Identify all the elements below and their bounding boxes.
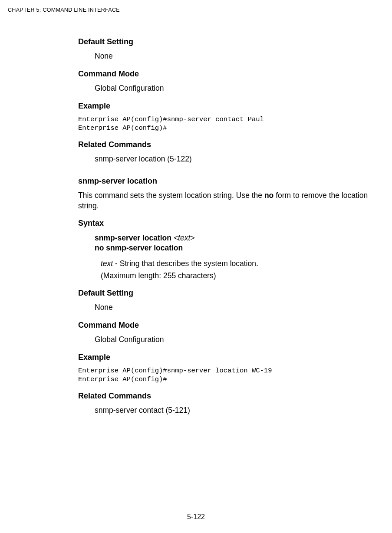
arg-rest: - String that describes the system locat… [113, 259, 258, 268]
command-mode-heading-2: Command Mode [78, 320, 376, 330]
syntax-block: snmp-server location <text> no snmp-serv… [95, 233, 376, 253]
header-title-rest3: NTERFACE [90, 7, 120, 13]
syntax-l1-var: <text> [174, 234, 195, 242]
header-chapter-rest: HAPTER [12, 7, 35, 13]
default-setting-value-1: None [95, 51, 376, 62]
related-commands-value-2: snmp-server contact (5-121) [95, 405, 376, 416]
syntax-l1-bold: snmp-server location [95, 234, 174, 242]
running-header: CHAPTER 5: COMMAND LINE INTERFACE [8, 7, 384, 13]
command-mode-heading-1: Command Mode [78, 69, 376, 79]
arg-italic: text [101, 259, 113, 268]
header-title-i: I [86, 7, 90, 13]
page: CHAPTER 5: COMMAND LINE INTERFACE Defaul… [0, 0, 392, 533]
desc-bold: no [264, 191, 273, 200]
example-heading-2: Example [78, 352, 376, 362]
header-title-l: L [72, 7, 77, 13]
command-description: This command sets the system location st… [78, 191, 376, 211]
related-commands-heading-2: Related Commands [78, 391, 376, 401]
content: Default Setting None Command Mode Global… [78, 36, 376, 416]
header-title-rest2: INE [77, 7, 87, 13]
default-setting-heading-2: Default Setting [78, 288, 376, 298]
example-code-1: Enterprise AP(config)#snmp-server contac… [78, 115, 376, 132]
default-setting-heading-1: Default Setting [78, 36, 376, 47]
command-mode-value-1: Global Configuration [95, 83, 376, 94]
example-code-2: Enterprise AP(config)#snmp-server locati… [78, 367, 376, 384]
header-title-rest1: OMMAND [47, 7, 72, 13]
command-title: snmp-server location [78, 176, 376, 186]
syntax-line-2: no snmp-server location [95, 243, 376, 253]
example-heading-1: Example [78, 101, 376, 111]
default-setting-value-2: None [95, 303, 376, 313]
command-mode-value-2: Global Configuration [95, 335, 376, 345]
page-number: 5-122 [0, 513, 392, 521]
header-num: 5: [35, 7, 43, 13]
header-title-c: C [43, 7, 46, 13]
syntax-arg-line2: (Maximum length: 255 characters) [101, 271, 376, 281]
related-commands-heading-1: Related Commands [78, 139, 376, 150]
header-chapter-c: C [8, 7, 12, 13]
syntax-arg-line1: text - String that describes the system … [101, 259, 376, 269]
syntax-line-1: snmp-server location <text> [95, 233, 376, 243]
syntax-heading: Syntax [78, 218, 376, 228]
desc-pre: This command sets the system location st… [78, 191, 264, 200]
related-commands-value-1: snmp-server location (5-122) [95, 154, 376, 165]
